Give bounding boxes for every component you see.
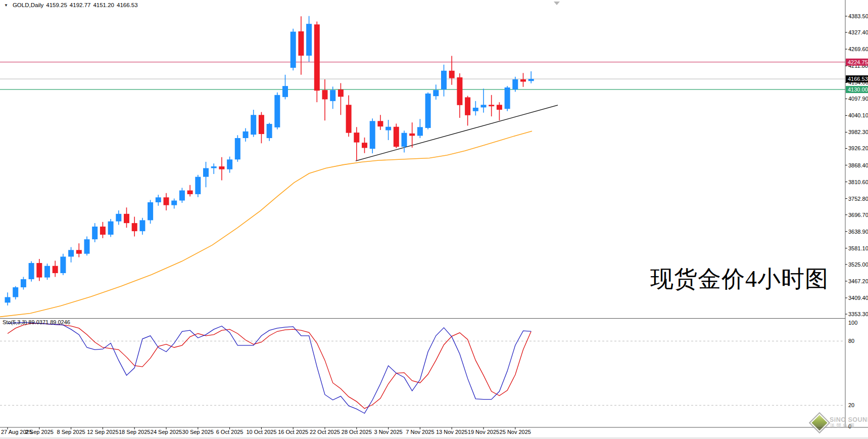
chart-caption: 现货金价4小时图	[650, 264, 832, 295]
candle-body	[322, 90, 328, 99]
candle-body	[243, 131, 249, 138]
date-label: 28 Oct 2025	[342, 429, 372, 435]
price-axis-label: 3982.30	[848, 129, 868, 135]
date-label: 22 Oct 2025	[310, 429, 340, 435]
candle-body	[338, 90, 344, 97]
candle-body	[156, 197, 161, 202]
watermark-subtitle: 漢聲集團	[830, 423, 868, 429]
stochastic-axis-label: 20	[848, 402, 854, 408]
candle-body	[346, 105, 352, 133]
candle-body	[402, 133, 407, 147]
candle-body	[203, 168, 209, 177]
symbol-period-label: GOLD,Daily	[13, 2, 43, 8]
date-label: 13 Nov 2025	[436, 429, 467, 435]
candle-body	[29, 263, 34, 279]
candle-body	[306, 24, 312, 56]
chart-area[interactable]: 4383.504327.404269.604211.804154.004097.…	[0, 0, 868, 439]
date-label: 6 Oct 2025	[216, 429, 244, 435]
candle-body	[132, 223, 137, 231]
candle-body	[354, 133, 359, 142]
candle-body	[68, 250, 74, 256]
stochastic-axis-label: 100	[848, 320, 857, 326]
candle-body	[84, 239, 90, 254]
date-label: 24 Sep 2025	[151, 429, 182, 435]
price-axis-label: 3696.70	[848, 212, 868, 218]
candle-body	[76, 250, 82, 253]
candle-body	[497, 105, 502, 110]
quote-low: 4151.20	[93, 2, 114, 8]
chart-header: ▼ GOLD,Daily 4159.25 4192.77 4151.20 416…	[4, 2, 138, 8]
price-badge-label: 4224.75	[848, 59, 868, 65]
candle-body	[528, 79, 534, 81]
candle-body	[53, 266, 58, 273]
candle-body	[291, 32, 296, 68]
candle-body	[409, 134, 415, 136]
moving-average-line	[0, 131, 532, 317]
candle-body	[219, 166, 224, 169]
date-label: 25 Nov 2025	[500, 429, 531, 435]
chart-shift-marker[interactable]	[554, 2, 560, 5]
candle-body	[425, 94, 431, 128]
price-axis-label: 4327.40	[848, 29, 868, 35]
candle-body	[489, 105, 494, 106]
price-badge-label: 4166.53	[848, 76, 868, 82]
price-axis-label: 3868.40	[848, 162, 868, 168]
date-label: 8 Sep 2025	[57, 429, 85, 435]
price-axis-label: 3810.60	[848, 179, 868, 185]
price-axis-label: 3525.00	[848, 261, 868, 268]
price-axis-label: 3638.90	[848, 229, 868, 235]
candle-body	[330, 90, 335, 101]
candle-body	[235, 138, 240, 159]
candle-body	[116, 214, 121, 222]
quote-open: 4159.25	[46, 2, 67, 8]
date-label: 16 Oct 2025	[278, 429, 308, 435]
candle-body	[179, 191, 185, 201]
candle-body	[298, 31, 304, 56]
watermark-title: SiNO SOUND	[830, 416, 868, 423]
candle-body	[433, 90, 439, 96]
candle-body	[36, 263, 42, 278]
candle-body	[211, 166, 217, 168]
candle-body	[44, 266, 50, 278]
price-axis-label: 4040.10	[848, 112, 868, 118]
price-axis-label: 3926.20	[848, 145, 868, 151]
candle-body	[139, 220, 145, 231]
logo-diamond-icon	[809, 412, 830, 433]
price-badge-label: 4130.00	[848, 86, 868, 93]
indicator-label: Sto(5,3,3) 89.0371 89.0246	[3, 319, 70, 325]
candle-body	[377, 121, 383, 126]
price-axis-label: 3467.20	[848, 278, 868, 284]
candle-body	[251, 115, 256, 135]
stochastic-axis-label: 80	[848, 338, 854, 344]
candle-body	[520, 79, 526, 82]
candle-body	[362, 143, 367, 148]
candle-body	[457, 77, 462, 105]
date-label: 12 Sep 2025	[87, 429, 118, 435]
candle-body	[394, 127, 399, 147]
candle-body	[164, 197, 169, 205]
date-label: 19 Nov 2025	[468, 429, 499, 435]
candle-body	[108, 222, 114, 235]
candle-body	[92, 227, 98, 239]
date-label: 30 Sep 2025	[182, 429, 214, 435]
candle-body	[124, 214, 129, 223]
quote-close: 4166.53	[117, 2, 138, 8]
candle-body	[512, 79, 518, 90]
price-axis-label: 3752.80	[848, 196, 868, 202]
date-label: 10 Oct 2025	[246, 429, 276, 435]
date-label: 7 Nov 2025	[406, 429, 434, 435]
candle-body	[417, 127, 423, 136]
candle-body	[481, 105, 487, 107]
candle-body	[148, 202, 153, 220]
candle-body	[274, 95, 280, 127]
candle-body	[282, 86, 288, 97]
candle-body	[227, 159, 232, 169]
stochastic-signal-red-line	[8, 323, 531, 408]
price-axis-label: 3353.30	[848, 311, 868, 317]
candle-body	[195, 177, 201, 194]
watermark-logo: SiNO SOUND 漢聲集團	[812, 415, 866, 430]
candle-body	[370, 121, 375, 149]
candle-body	[171, 201, 177, 205]
candle-body	[267, 124, 272, 138]
collapse-quote-icon[interactable]: ▼	[4, 3, 8, 8]
